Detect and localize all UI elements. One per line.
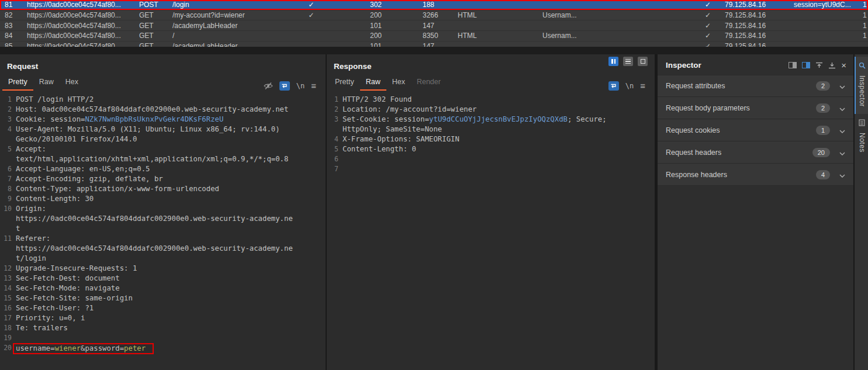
row-number: 84 (0, 32, 22, 40)
cookies-cell: session=ytU9dC... (789, 1, 858, 9)
editor-menu-icon[interactable]: ≡ (640, 81, 645, 91)
soft-wrap-icon[interactable] (279, 81, 290, 91)
line-number: 10 (0, 204, 12, 214)
response-tab-pretty[interactable]: Pretty (329, 75, 360, 91)
side-tab-label: Notes (858, 133, 866, 153)
plain-text: POST /login HTTP/2 (16, 95, 94, 103)
history-row-82[interactable]: 82https://0adc00ce04c574af80...GET/my-ac… (0, 11, 868, 21)
inspector-section-response-headers[interactable]: Response headers4 (658, 164, 853, 186)
line-number: 2 (327, 105, 338, 115)
line-number: 14 (0, 283, 12, 293)
chevron-down-icon (839, 125, 845, 136)
request-line: 9Content-Length: 30 (0, 194, 326, 204)
line-number: 15 (0, 293, 12, 303)
length-cell: 188 (418, 1, 453, 9)
plain-text: User-Agent: Mozilla/5.0 (X11; Ubuntu; Li… (16, 125, 280, 133)
line-number: 6 (0, 164, 12, 174)
history-row-83[interactable]: 83https://0adc00ce04c574af80...GET/acade… (0, 20, 868, 31)
side-tab-notes[interactable]: Notes (855, 114, 868, 160)
close-icon[interactable]: × (841, 61, 846, 70)
dock-right-icon[interactable] (802, 62, 810, 68)
request-line: Gecko/20100101 Firefox/144.0 (0, 134, 326, 144)
response-tab-icons: \n ≡ (608, 81, 652, 91)
dock-left-icon[interactable] (789, 62, 797, 68)
inspector-section-request-attributes[interactable]: Request attributes2 (658, 75, 853, 97)
plain-text: Referer: (16, 234, 50, 243)
soft-wrap-icon[interactable] (608, 81, 619, 91)
plain-text: https://0adc00ce04c574af804ddafc002900e0… (16, 215, 293, 223)
inspector-section-request-cookies[interactable]: Request cookies1 (658, 119, 853, 141)
inspector-panel: Inspector × Request attributes2Request b… (658, 54, 853, 370)
http-history-table: 81https://0adc00ce04c574af80...POST/logi… (0, 0, 868, 47)
status-cell: 101 (365, 22, 418, 30)
inspector-title: Inspector (666, 61, 789, 70)
tls-check-icon: ✓ (696, 42, 720, 47)
editor-menu-icon[interactable]: ≡ (311, 81, 316, 91)
request-editor[interactable]: 1POST /login HTTP/22Host: 0adc00ce04c574… (0, 95, 326, 370)
line-number: 3 (0, 115, 12, 125)
side-tab-label: Inspector (858, 75, 866, 107)
response-line: HttpOnly; SameSite=None (327, 125, 655, 134)
request-line: 2Host: 0adc00ce04c574af804ddafc002900e0.… (0, 105, 326, 115)
request-tab-pretty[interactable]: Pretty (2, 75, 33, 91)
plain-text: &password= (81, 344, 124, 352)
status-cell: 302 (365, 1, 418, 9)
count-badge: 2 (816, 103, 830, 113)
response-tab-raw[interactable]: Raw (360, 75, 386, 91)
horizontal-splitter[interactable] (0, 47, 868, 54)
length-cell: 147 (418, 22, 453, 30)
extra-cell: 1 (858, 1, 868, 9)
tls-check-icon: ✓ (696, 32, 720, 40)
line-number: 8 (0, 184, 12, 194)
request-line: 12Upgrade-Insecure-Requests: 1 (0, 264, 326, 274)
request-line: 13Sec-Fetch-Dest: document (0, 274, 326, 283)
plain-text: Accept: (16, 145, 46, 153)
show-newlines-icon[interactable]: \n (625, 82, 634, 90)
side-tab-inspector[interactable]: Inspector (855, 57, 868, 114)
line-number: 18 (0, 323, 12, 333)
history-row-84[interactable]: 84https://0adc00ce04c574af80...GET/20083… (0, 31, 868, 42)
history-row-85[interactable]: 85https://0adc00ce04c574af80...GET/acade… (0, 42, 868, 47)
response-tab-hex[interactable]: Hex (386, 75, 411, 91)
url-cell: https://0adc00ce04c574af80... (22, 11, 134, 19)
columns-layout-button[interactable] (608, 57, 618, 66)
request-line: https://0adc00ce04c574af804ddafc002900e0… (0, 214, 326, 224)
length-cell: 3266 (418, 11, 453, 19)
url-cell: https://0adc00ce04c574af80... (22, 32, 134, 40)
collapse-all-icon[interactable] (815, 62, 823, 69)
path-cell: /academyLabHeader (168, 22, 298, 30)
chevron-down-icon (839, 81, 845, 91)
response-tab-render[interactable]: Render (411, 75, 447, 91)
method-cell: POST (134, 1, 168, 9)
plain-text: Accept-Language: en-US,en;q=0.5 (16, 165, 150, 173)
annotated-body-highlight: username=wiener&password=peter (13, 343, 154, 354)
line-number: 6 (327, 154, 338, 164)
request-line: 11Referer: (0, 234, 326, 244)
edited-check-icon: ✓ (298, 1, 324, 9)
code-text: Te: trailers (16, 323, 68, 333)
ip-cell: 79.125.84.16 (720, 22, 789, 30)
hide-nonprintable-icon[interactable] (264, 82, 273, 90)
maximize-layout-button[interactable] (638, 57, 648, 66)
request-tab-hex[interactable]: Hex (60, 75, 84, 91)
inspector-header-icons: × (789, 61, 846, 70)
expand-all-icon[interactable] (828, 62, 836, 69)
plain-text: Priority: u=0, i (16, 314, 85, 322)
show-newlines-icon[interactable]: \n (296, 82, 305, 90)
line-number: 4 (0, 125, 12, 134)
request-tab-raw[interactable]: Raw (33, 75, 60, 91)
code-text: Priority: u=0, i (16, 313, 85, 323)
line-number: 20 (0, 343, 12, 353)
request-line: 17Priority: u=0, i (0, 313, 326, 323)
inspector-section-request-headers[interactable]: Request headers20 (658, 141, 853, 164)
stacked-layout-button[interactable] (623, 57, 633, 66)
inspector-section-request-body-parameters[interactable]: Request body parameters2 (658, 97, 853, 119)
ip-cell: 79.125.84.16 (720, 11, 789, 19)
history-row-81[interactable]: 81https://0adc00ce04c574af80...POST/logi… (0, 0, 868, 11)
plain-text: Host: 0adc00ce04c574af804ddafc002900e0.w… (16, 105, 288, 113)
request-line: 15Sec-Fetch-Site: same-origin (0, 293, 326, 303)
response-line: 7 (327, 164, 655, 174)
response-editor[interactable]: 1HTTP/2 302 Found2Location: /my-account?… (327, 95, 655, 370)
length-cell: 8350 (418, 32, 453, 40)
inspector-sections: Request attributes2Request body paramete… (658, 75, 853, 186)
